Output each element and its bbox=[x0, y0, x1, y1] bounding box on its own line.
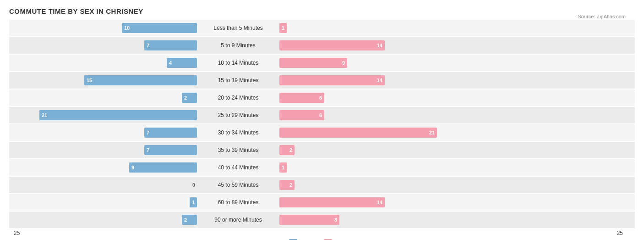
female-bar-value: 14 bbox=[377, 43, 385, 48]
male-section: 7 bbox=[9, 124, 197, 141]
male-bar: 7 bbox=[144, 128, 197, 138]
male-bar-value: 21 bbox=[39, 112, 47, 118]
male-bar: 21 bbox=[39, 110, 197, 120]
row-label: 5 to 9 Minutes bbox=[197, 42, 279, 49]
male-bar: 10 bbox=[122, 23, 197, 33]
female-section: 21 bbox=[279, 124, 600, 141]
female-section: 6 bbox=[279, 89, 600, 106]
female-section: 6 bbox=[279, 107, 600, 123]
female-section: 1 bbox=[279, 159, 600, 176]
female-section: 1 bbox=[279, 20, 600, 36]
male-bar-value: 4 bbox=[167, 60, 172, 66]
female-bar-value: 9 bbox=[342, 60, 347, 66]
male-section: 21 bbox=[9, 107, 197, 123]
female-bar: 2 bbox=[279, 180, 295, 190]
female-bar-value: 2 bbox=[289, 182, 295, 188]
chart-wrapper: COMMUTE TIME BY SEX IN CHRISNEY Source: … bbox=[9, 7, 635, 240]
male-bar: 9 bbox=[129, 162, 197, 173]
female-bar-value: 14 bbox=[377, 78, 385, 83]
row-label: 10 to 14 Minutes bbox=[197, 60, 279, 66]
chart-area: 10Less than 5 Minutes175 to 9 Minutes144… bbox=[9, 20, 635, 228]
female-bar-value: 2 bbox=[289, 147, 295, 153]
bar-row: 730 to 34 Minutes21 bbox=[9, 124, 635, 141]
male-bar-value: 2 bbox=[182, 217, 187, 223]
male-bar-zero: 0 bbox=[192, 182, 195, 188]
bar-row: 160 to 89 Minutes14 bbox=[9, 194, 635, 211]
male-bar: 7 bbox=[144, 40, 197, 50]
bar-row: 2125 to 29 Minutes6 bbox=[9, 107, 635, 123]
row-label: 30 to 34 Minutes bbox=[197, 129, 279, 136]
female-section: 2 bbox=[279, 177, 600, 193]
female-section: 2 bbox=[279, 142, 600, 158]
female-bar-value: 21 bbox=[429, 130, 437, 135]
row-label: 45 to 59 Minutes bbox=[197, 182, 279, 188]
male-bar: 2 bbox=[182, 93, 197, 103]
male-bar-value: 7 bbox=[144, 43, 149, 48]
axis-right-value: 25 bbox=[293, 230, 628, 236]
female-section: 14 bbox=[279, 37, 600, 54]
row-label: 35 to 39 Minutes bbox=[197, 147, 279, 153]
row-label: 25 to 29 Minutes bbox=[197, 112, 279, 118]
bar-row: 940 to 44 Minutes1 bbox=[9, 159, 635, 176]
bar-row: 290 or more Minutes8 bbox=[9, 212, 635, 228]
bar-row: 410 to 14 Minutes9 bbox=[9, 55, 635, 71]
male-bar-value: 15 bbox=[84, 78, 92, 83]
male-section: 10 bbox=[9, 20, 197, 36]
female-bar: 6 bbox=[279, 110, 324, 120]
male-bar: 1 bbox=[190, 197, 197, 207]
female-section: 9 bbox=[279, 55, 600, 71]
male-section: 0 bbox=[9, 177, 197, 193]
female-bar-value: 14 bbox=[377, 200, 385, 205]
male-section: 2 bbox=[9, 89, 197, 106]
bar-row: 75 to 9 Minutes14 bbox=[9, 37, 635, 54]
row-label: 15 to 19 Minutes bbox=[197, 77, 279, 84]
female-bar: 6 bbox=[279, 93, 324, 103]
axis-bottom: 25 25 bbox=[9, 230, 635, 236]
female-section: 8 bbox=[279, 212, 600, 228]
female-bar: 14 bbox=[279, 40, 385, 50]
row-label: 90 or more Minutes bbox=[197, 217, 279, 223]
axis-left-value: 25 bbox=[9, 230, 202, 236]
female-section: 14 bbox=[279, 72, 600, 89]
male-bar: 7 bbox=[144, 145, 197, 155]
male-bar-value: 2 bbox=[182, 95, 187, 100]
male-bar-value: 10 bbox=[122, 25, 130, 31]
female-bar: 14 bbox=[279, 197, 385, 207]
male-section: 7 bbox=[9, 37, 197, 54]
male-bar-value: 7 bbox=[144, 147, 149, 153]
male-section: 7 bbox=[9, 142, 197, 158]
row-label: Less than 5 Minutes bbox=[197, 25, 279, 31]
bar-row: 1515 to 19 Minutes14 bbox=[9, 72, 635, 89]
bar-row: 220 to 24 Minutes6 bbox=[9, 89, 635, 106]
male-section: 2 bbox=[9, 212, 197, 228]
bar-row: 10Less than 5 Minutes1 bbox=[9, 20, 635, 36]
female-bar: 1 bbox=[279, 23, 287, 33]
female-bar: 21 bbox=[279, 128, 437, 138]
row-label: 60 to 89 Minutes bbox=[197, 199, 279, 206]
male-section: 1 bbox=[9, 194, 197, 211]
male-section: 15 bbox=[9, 72, 197, 89]
male-section: 4 bbox=[9, 55, 197, 71]
female-bar-value: 8 bbox=[334, 217, 339, 223]
female-bar: 1 bbox=[279, 162, 287, 173]
source-label: Source: ZipAtlas.com bbox=[578, 14, 626, 19]
bar-row: 735 to 39 Minutes2 bbox=[9, 142, 635, 158]
male-bar: 2 bbox=[182, 215, 197, 225]
female-bar-value: 1 bbox=[282, 25, 287, 31]
male-bar: 4 bbox=[167, 58, 197, 68]
female-bar: 2 bbox=[279, 145, 295, 155]
male-section: 9 bbox=[9, 159, 197, 176]
chart-title: COMMUTE TIME BY SEX IN CHRISNEY bbox=[9, 7, 635, 15]
female-bar: 8 bbox=[279, 215, 339, 225]
male-bar-value: 1 bbox=[190, 200, 195, 205]
male-bar-value: 9 bbox=[129, 165, 134, 170]
female-bar: 9 bbox=[279, 58, 347, 68]
female-bar: 14 bbox=[279, 75, 385, 85]
male-bar: 15 bbox=[84, 75, 197, 85]
row-label: 20 to 24 Minutes bbox=[197, 95, 279, 101]
male-bar-value: 7 bbox=[144, 130, 149, 135]
female-bar-value: 6 bbox=[319, 95, 324, 100]
row-label: 40 to 44 Minutes bbox=[197, 164, 279, 171]
female-section: 14 bbox=[279, 194, 600, 211]
female-bar-value: 1 bbox=[282, 165, 287, 170]
